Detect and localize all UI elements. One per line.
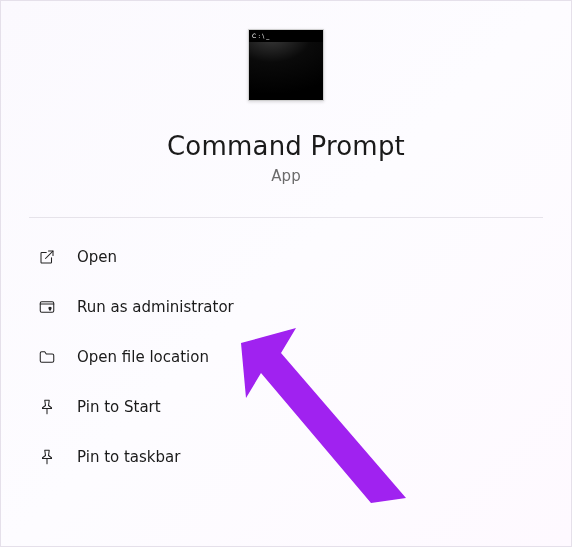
command-prompt-icon: C:\_	[248, 29, 324, 101]
menu-item-label: Open file location	[77, 348, 209, 366]
menu-open[interactable]: Open	[29, 232, 543, 282]
menu-item-label: Pin to Start	[77, 398, 161, 416]
search-result-panel: C:\_ Command Prompt App Open Run as admi…	[0, 0, 572, 547]
svg-rect-0	[40, 302, 54, 313]
pin-icon	[37, 397, 57, 417]
app-subtitle: App	[271, 167, 300, 185]
open-icon	[37, 247, 57, 267]
menu-open-file-location[interactable]: Open file location	[29, 332, 543, 382]
app-title: Command Prompt	[167, 131, 405, 161]
action-menu: Open Run as administrator Open file loca…	[1, 232, 571, 482]
divider	[29, 217, 543, 218]
menu-item-label: Open	[77, 248, 117, 266]
folder-icon	[37, 347, 57, 367]
run-admin-icon	[37, 297, 57, 317]
menu-item-label: Run as administrator	[77, 298, 234, 316]
app-header: C:\_ Command Prompt App	[1, 29, 571, 185]
menu-run-as-administrator[interactable]: Run as administrator	[29, 282, 543, 332]
menu-pin-to-taskbar[interactable]: Pin to taskbar	[29, 432, 543, 482]
menu-item-label: Pin to taskbar	[77, 448, 180, 466]
pin-icon	[37, 447, 57, 467]
menu-pin-to-start[interactable]: Pin to Start	[29, 382, 543, 432]
